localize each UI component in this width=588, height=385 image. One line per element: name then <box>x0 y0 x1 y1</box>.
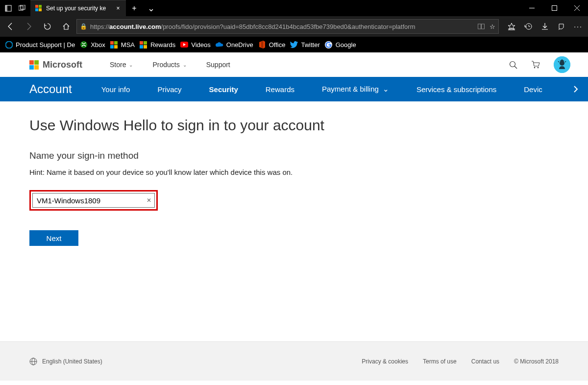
search-icon[interactable] <box>509 61 517 69</box>
window-close-button[interactable] <box>565 0 588 16</box>
favorite-item[interactable]: Videos <box>180 41 211 48</box>
profile-avatar[interactable] <box>554 56 570 73</box>
account-subnav: Account Your infoPrivacySecurityRewardsP… <box>0 77 588 101</box>
svg-point-20 <box>538 67 539 69</box>
acct-nav-item[interactable]: Your info <box>101 85 130 94</box>
globe-icon <box>29 358 37 365</box>
favorite-favicon-icon <box>110 41 118 48</box>
page-content: Use Windows Hello to sign in to your acc… <box>0 101 588 332</box>
window-minimize-button[interactable] <box>520 0 543 16</box>
msheader-nav-label: Support <box>206 61 230 69</box>
svg-line-18 <box>514 66 517 69</box>
copyright: © Microsoft 2018 <box>514 358 559 365</box>
language-selector[interactable]: English (United States) <box>29 358 102 365</box>
acct-nav-item[interactable]: Payment & billing⌄ <box>322 85 389 94</box>
favorite-item[interactable]: Rewards <box>140 41 175 48</box>
acct-nav-item[interactable]: Services & subscriptions <box>416 85 496 94</box>
favorite-favicon-icon <box>290 41 298 48</box>
reading-view-icon[interactable] <box>478 23 485 30</box>
favorite-favicon-icon <box>5 41 13 48</box>
forward-button[interactable] <box>21 18 37 35</box>
favorite-item[interactable]: Twitter <box>290 41 319 48</box>
svg-point-22 <box>560 61 564 66</box>
browser-tab[interactable]: Set up your security ke × <box>30 0 126 16</box>
favorite-label: Twitter <box>301 41 319 48</box>
home-button[interactable] <box>58 18 74 35</box>
highlighted-input-region: ✕ <box>29 190 158 211</box>
favorite-label: Office <box>269 41 286 48</box>
notes-icon[interactable] <box>558 23 565 30</box>
acct-nav-item[interactable]: Rewards <box>266 85 294 94</box>
window-maximize-button[interactable] <box>543 0 565 16</box>
svg-rect-9 <box>482 24 485 29</box>
footer-link[interactable]: Contact us <box>471 358 499 365</box>
tab-actions-button[interactable]: ⌄ <box>143 0 159 16</box>
svg-point-17 <box>510 61 515 67</box>
svg-point-13 <box>5 41 12 48</box>
language-label: English (United States) <box>42 358 102 365</box>
favorite-favicon-icon <box>258 41 266 48</box>
chevron-down-icon: ⌄ <box>129 62 133 68</box>
next-button[interactable]: Next <box>29 230 78 246</box>
cart-icon[interactable] <box>531 60 540 69</box>
clear-input-icon[interactable]: ✕ <box>147 197 151 204</box>
favorite-star-icon[interactable]: ☆ <box>490 23 495 30</box>
back-button[interactable] <box>2 18 19 35</box>
favorites-hub-icon[interactable] <box>508 23 515 30</box>
tab-close-button[interactable]: × <box>114 5 122 12</box>
page-footer: English (United States) Privacy & cookie… <box>0 341 588 381</box>
microsoft-logo-icon <box>29 60 39 70</box>
refresh-button[interactable] <box>39 18 56 35</box>
hint-text: Hint: Name it based on your device so yo… <box>29 168 559 176</box>
tab-preview-icon[interactable] <box>19 5 25 12</box>
favorite-favicon-icon <box>325 41 333 48</box>
acct-nav-item[interactable]: Privacy <box>157 85 181 94</box>
favorite-item[interactable]: Product Support | De <box>5 41 75 48</box>
favorite-label: Xbox <box>91 41 105 48</box>
microsoft-logo[interactable]: Microsoft <box>29 60 82 70</box>
favorite-item[interactable]: Xbox <box>80 41 105 48</box>
chevron-down-icon: ⌄ <box>383 85 389 93</box>
footer-link[interactable]: Privacy & cookies <box>362 358 408 365</box>
account-brand[interactable]: Account <box>29 82 72 96</box>
favorite-label: Product Support | De <box>16 41 75 48</box>
new-tab-button[interactable]: + <box>126 0 143 16</box>
favorite-favicon-icon <box>216 41 223 48</box>
subnav-scroll-right[interactable] <box>568 77 583 101</box>
more-menu-icon[interactable]: ··· <box>574 23 582 30</box>
window-titlebar: Set up your security ke × + ⌄ <box>0 0 588 16</box>
microsoft-header: Microsoft Store⌄Products⌄Support <box>0 52 588 77</box>
msheader-nav-label: Store <box>110 61 126 69</box>
history-icon[interactable] <box>524 23 532 30</box>
url-text: https://account.live.com/proofs/fido/pro… <box>90 23 475 30</box>
ms-favicon-icon <box>35 5 42 12</box>
msheader-nav-item[interactable]: Store⌄ <box>110 61 133 69</box>
favorite-label: Videos <box>191 41 211 48</box>
msheader-nav-item[interactable]: Support <box>206 61 230 69</box>
browser-toolbar: 🔒 https://account.live.com/proofs/fido/p… <box>0 16 588 37</box>
tabs-aside-icon[interactable] <box>5 5 12 12</box>
favorite-item[interactable]: Google <box>325 41 356 48</box>
svg-rect-1 <box>5 5 7 11</box>
signin-method-name-input[interactable] <box>32 193 155 208</box>
favorite-item[interactable]: MSA <box>110 41 135 48</box>
favorite-favicon-icon <box>180 41 188 48</box>
address-bar[interactable]: 🔒 https://account.live.com/proofs/fido/p… <box>76 19 499 34</box>
msheader-nav-item[interactable]: Products⌄ <box>152 61 186 69</box>
microsoft-wordmark: Microsoft <box>43 60 82 70</box>
svg-point-14 <box>80 41 87 48</box>
acct-nav-item[interactable]: Devic <box>524 85 542 94</box>
favorite-label: MSA <box>121 41 135 48</box>
chevron-down-icon: ⌄ <box>183 62 187 68</box>
acct-nav-item[interactable]: Security <box>209 85 238 94</box>
favorite-favicon-icon <box>140 41 147 48</box>
msheader-nav-label: Products <box>152 61 179 69</box>
section-heading: Name your sign-in method <box>29 150 559 161</box>
svg-point-19 <box>534 67 536 69</box>
favorite-item[interactable]: Office <box>258 41 286 48</box>
footer-link[interactable]: Terms of use <box>423 358 457 365</box>
downloads-icon[interactable] <box>541 23 549 30</box>
favorites-bar: Product Support | DeXboxMSARewardsVideos… <box>0 37 588 52</box>
favorite-item[interactable]: OneDrive <box>216 41 253 48</box>
svg-rect-8 <box>478 24 481 29</box>
